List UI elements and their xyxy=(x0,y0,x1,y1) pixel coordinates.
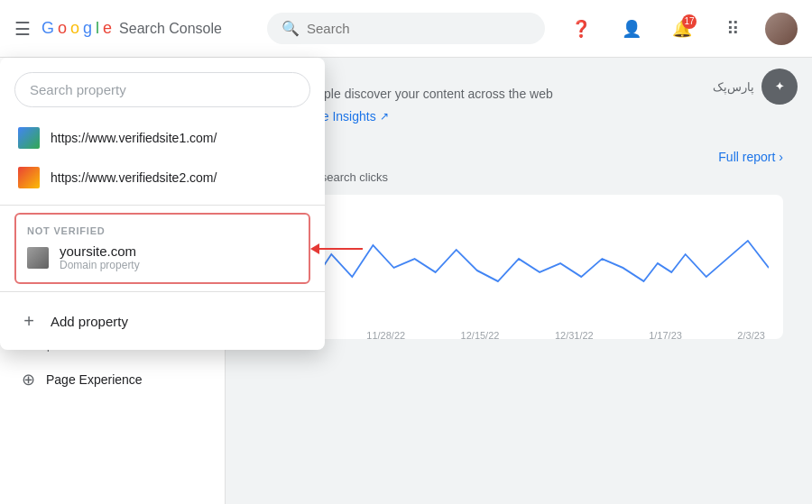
not-verified-info: yoursite.com Domain property xyxy=(60,243,140,271)
product-name: Search Console xyxy=(119,21,222,37)
person-icon: 👤 xyxy=(622,19,641,39)
chevron-right-icon: › xyxy=(779,150,783,164)
search-icon: 🔍 xyxy=(281,20,300,37)
favicon-img-3 xyxy=(27,247,49,269)
divider-2 xyxy=(0,291,325,292)
page-experience-icon: ⊕ xyxy=(22,370,35,389)
arrow-shaft xyxy=(318,248,363,250)
not-verified-label: NOT VERIFIED xyxy=(27,225,298,236)
avatar-image xyxy=(765,13,798,45)
add-property-button[interactable]: + Add property xyxy=(0,299,325,343)
profile-management-button[interactable]: 👤 xyxy=(614,11,650,47)
favicon-2 xyxy=(18,167,40,188)
help-button[interactable]: ❓ xyxy=(563,11,599,47)
chart-area: 100 0 11/12/22 11/28/22 12/15/22 12/31/2… xyxy=(254,195,783,339)
logo-o2: o xyxy=(70,19,79,38)
search-bar[interactable]: 🔍 xyxy=(267,13,545,44)
property-dropdown: https://www.verifiedsite1.com/ https://w… xyxy=(0,58,325,350)
main-layout: ▦ Sitemaps ⊖ Removals ▾ Experience ⊕ Pag… xyxy=(0,58,812,504)
performance-chart xyxy=(269,209,769,326)
x-label-4: 12/31/22 xyxy=(555,330,594,341)
sidebar-item-page-experience[interactable]: ⊕ Page Experience xyxy=(0,359,214,400)
plus-icon: + xyxy=(18,310,40,332)
topbar-left: ☰ G o o g l e Search Console xyxy=(14,18,249,40)
favicon-3 xyxy=(27,247,49,269)
x-label-3: 12/15/22 xyxy=(461,330,500,341)
not-verified-section: NOT VERIFIED yoursite.com Domain propert… xyxy=(14,213,310,284)
verified-site-2-url: https://www.verifiedsite2.com/ xyxy=(51,170,217,185)
favicon-1 xyxy=(18,127,40,149)
property-item-verified1[interactable]: https://www.verifiedsite1.com/ xyxy=(0,118,325,158)
apps-icon: ⠿ xyxy=(726,18,740,40)
topbar-right: ❓ 👤 🔔 17 ⠿ xyxy=(563,11,798,47)
logo-o1: o xyxy=(58,19,67,38)
add-property-label: Add property xyxy=(51,314,128,329)
logo-l: l xyxy=(96,19,99,38)
avatar[interactable] xyxy=(765,13,798,45)
chart-x-labels: 11/12/22 11/28/22 12/15/22 12/31/22 1/17… xyxy=(269,330,769,341)
performance-subtitle: 51 total web search clicks xyxy=(254,170,783,184)
google-logo: G o o g l e Search Console xyxy=(42,19,222,38)
logo-g2: g xyxy=(83,19,92,38)
logo-g: G xyxy=(42,19,54,38)
not-verified-item[interactable]: yoursite.com Domain property xyxy=(27,243,298,271)
x-label-2: 11/28/22 xyxy=(366,330,405,341)
search-input[interactable] xyxy=(307,21,531,36)
verified-site-1-url: https://www.verifiedsite1.com/ xyxy=(51,131,217,145)
page-experience-label: Page Experience xyxy=(46,372,143,387)
arrow-annotation xyxy=(310,243,363,254)
divider-1 xyxy=(0,205,325,206)
hamburger-icon[interactable]: ☰ xyxy=(14,18,31,40)
notification-button[interactable]: 🔔 17 xyxy=(664,11,700,47)
content-subtitle: arn how people discover your content acr… xyxy=(254,87,783,101)
full-report-link[interactable]: Full report › xyxy=(718,150,783,164)
help-icon: ❓ xyxy=(571,19,591,39)
topbar: ☰ G o o g l e Search Console 🔍 ❓ 👤 🔔 17 … xyxy=(0,0,812,58)
notification-badge: 17 xyxy=(682,14,697,29)
full-report-text: Full report xyxy=(718,150,775,164)
external-link-icon: ↗ xyxy=(380,110,389,123)
search-property-input[interactable] xyxy=(14,72,310,107)
performance-header: ormance Full report › xyxy=(254,146,783,167)
parspack-text: پارس‌پک xyxy=(713,80,754,94)
parspack-icon: ✦ xyxy=(761,69,798,105)
logo-e: e xyxy=(103,19,112,38)
favicon-img-2 xyxy=(18,167,40,188)
property-item-verified2[interactable]: https://www.verifiedsite2.com/ xyxy=(0,158,325,197)
x-label-5: 1/17/23 xyxy=(649,330,682,341)
x-label-6: 2/3/23 xyxy=(737,330,765,341)
favicon-img-1 xyxy=(18,127,40,149)
not-verified-site-sub: Domain property xyxy=(60,259,140,271)
parspack-logo: پارس‌پک ✦ xyxy=(713,69,798,105)
not-verified-site-name: yoursite.com xyxy=(60,243,140,259)
apps-button[interactable]: ⠿ xyxy=(715,11,751,47)
